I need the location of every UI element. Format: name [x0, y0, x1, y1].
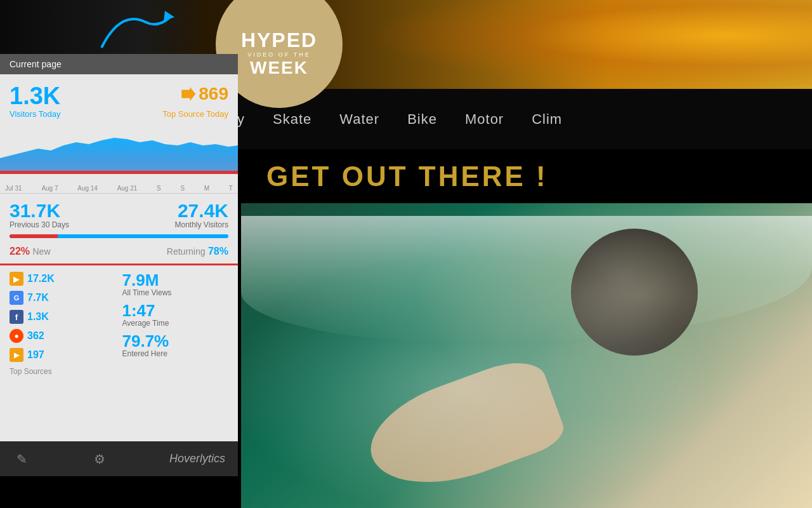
edit-button[interactable]: ✎ — [13, 450, 30, 468]
facebook-source-value: 1.3K — [27, 311, 49, 323]
entered-here-label: Entered Here — [122, 349, 229, 358]
monthly-visitors-block: 27.4K Monthly Visitors — [175, 201, 228, 229]
video-of-label: VIDEO OF THE — [247, 51, 310, 58]
entered-here-value: 79.7% — [122, 333, 229, 349]
chart-date-5: S — [157, 185, 161, 192]
new-block: 22% New — [10, 246, 51, 257]
new-visitors-bar — [10, 234, 58, 238]
b-source-icon: ▶ — [10, 348, 23, 362]
visitors-today-block: 1.3K — [10, 84, 60, 108]
nav-item-skate[interactable]: Skate — [259, 105, 325, 134]
top-source-number-row: 869 — [181, 84, 228, 104]
week-label: WEEK — [250, 58, 308, 78]
google-source-icon: G — [10, 291, 23, 305]
site-logo[interactable] — [95, 3, 178, 60]
sources-column: ▶ 17.2K G 7.7K f 1.3K ● 362 ▶ 197 — [10, 272, 116, 435]
previous-30-days-value: 31.7K — [10, 201, 69, 220]
chart-date-7: M — [204, 185, 209, 192]
arrow-icon — [181, 87, 195, 101]
current-page-label: Current page — [10, 59, 62, 69]
top-source-label: Top Source Today — [162, 109, 228, 119]
top-source-value: 869 — [199, 84, 228, 104]
chart-date-6: S — [180, 185, 185, 192]
chart-date-2: Aug 7 — [41, 185, 58, 192]
chart-date-3: Aug 14 — [77, 185, 98, 192]
arrow-source-icon: ▶ — [10, 272, 23, 286]
right-stats-column: 7.9M All Time Views 1:47 Average Time 79… — [122, 272, 229, 435]
banner-overlay — [368, 0, 812, 89]
settings-button[interactable]: ⚙ — [91, 450, 108, 468]
reddit-source-value: 362 — [27, 330, 44, 342]
get-out-there-text: GET OUT THERE ! — [266, 161, 548, 192]
visitors-labels-row: Visitors Today Top Source Today — [10, 109, 228, 119]
hero-water-overlay — [241, 203, 812, 508]
panel-footer: ✎ ⚙ Hoverlytics — [0, 441, 238, 476]
returning-block: Returning 78% — [167, 246, 228, 257]
visitors-source-row: 1.3K 869 — [10, 84, 228, 108]
progress-bar — [10, 234, 228, 238]
source-item-arrow: ▶ 17.2K — [10, 272, 116, 286]
nav-item-motor[interactable]: Motor — [451, 105, 518, 134]
main-stats-section: 1.3K 869 Visitors Today Top Source Today — [0, 74, 238, 123]
new-percentage: 22% — [10, 246, 30, 257]
chart-date-4: Aug 21 — [117, 185, 138, 192]
bottom-stats-section: ▶ 17.2K G 7.7K f 1.3K ● 362 ▶ 197 — [0, 265, 238, 441]
previous-30-days-block: 31.7K Previous 30 Days — [10, 201, 69, 229]
visitors-today-number: 1.3K — [10, 84, 60, 108]
entered-here-block: 79.7% Entered Here — [122, 333, 229, 358]
previous-30-days-label: Previous 30 Days — [10, 220, 69, 229]
nav-item-bike[interactable]: Bike — [393, 105, 451, 134]
nav-item-water[interactable]: Water — [325, 105, 393, 134]
all-time-views-value: 7.9M — [122, 272, 229, 288]
monthly-visitors-value: 27.4K — [175, 201, 228, 220]
hero-image — [241, 203, 812, 508]
returning-percentage: 78% — [208, 246, 228, 257]
source-item-b: ▶ 197 — [10, 348, 116, 362]
facebook-source-icon: f — [10, 310, 23, 324]
days-section: 31.7K Previous 30 Days 27.4K Monthly Vis… — [0, 194, 238, 234]
nav-item-clim[interactable]: Clim — [518, 105, 576, 134]
all-time-views-block: 7.9M All Time Views — [122, 272, 229, 297]
svg-rect-2 — [0, 171, 238, 174]
new-returning-bar-row — [0, 234, 238, 243]
source-item-facebook: f 1.3K — [10, 310, 116, 324]
chart-date-1: Jul 31 — [5, 185, 22, 192]
average-time-label: Average Time — [122, 319, 229, 328]
source-item-google: G 7.7K — [10, 291, 116, 305]
hyped-label: HYPED — [241, 30, 317, 50]
source-item-reddit: ● 362 — [10, 329, 116, 343]
b-source-value: 197 — [27, 349, 44, 361]
reddit-source-icon: ● — [10, 329, 23, 343]
current-page-header: Current page — [0, 54, 238, 74]
hoverlytics-brand: Hoverlytics — [169, 452, 225, 465]
top-sources-label: Top Sources — [10, 367, 116, 376]
all-time-views-label: All Time Views — [122, 288, 229, 297]
svg-marker-1 — [0, 138, 238, 174]
new-returning-row: 22% New Returning 78% — [0, 243, 238, 264]
visitors-today-label: Visitors Today — [10, 109, 60, 119]
arrow-source-value: 17.2K — [27, 273, 55, 284]
monthly-visitors-label: Monthly Visitors — [175, 220, 228, 229]
chart-date-8: T — [229, 185, 233, 192]
average-time-value: 1:47 — [122, 302, 229, 319]
google-source-value: 7.7K — [27, 292, 49, 304]
top-source-block: 869 — [181, 84, 228, 104]
analytics-panel: Current page 1.3K 869 Visitors Today Top… — [0, 54, 238, 476]
get-out-there-bar: GET OUT THERE ! — [241, 149, 812, 203]
visitors-chart — [0, 126, 238, 184]
new-label: New — [32, 246, 50, 257]
returning-label: Returning — [167, 246, 206, 257]
chart-dates: Jul 31 Aug 7 Aug 14 Aug 21 S S M T — [0, 184, 238, 193]
average-time-block: 1:47 Average Time — [122, 302, 229, 328]
